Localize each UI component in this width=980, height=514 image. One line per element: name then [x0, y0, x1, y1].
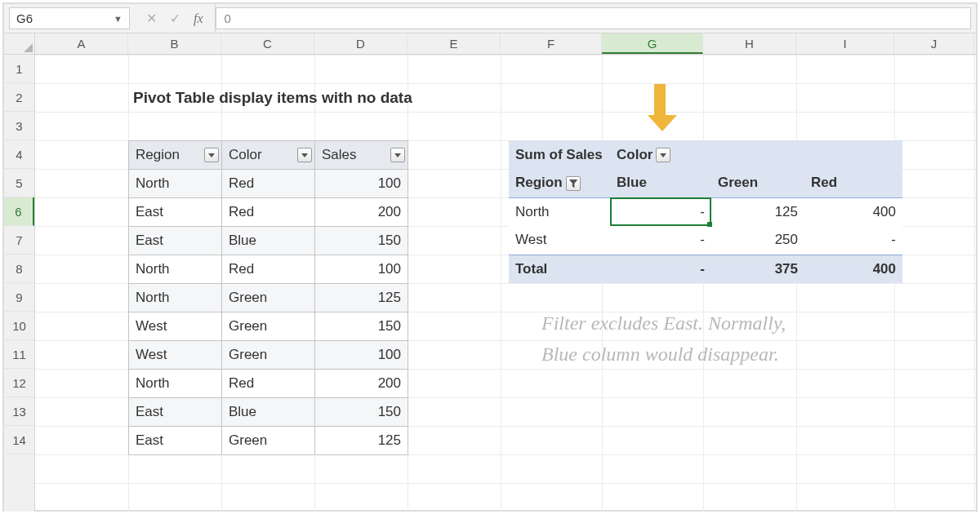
row-header-1[interactable]: 1 — [4, 55, 34, 83]
table-cell[interactable]: 125 — [315, 427, 408, 455]
column-header-g[interactable]: G — [602, 33, 703, 54]
grid-area: 1234567891011121314 Pivot Table display … — [4, 55, 976, 512]
row-header-8[interactable]: 8 — [4, 255, 34, 283]
pivot-region-label: Region — [509, 169, 610, 197]
filter-dropdown-icon[interactable] — [204, 148, 219, 162]
pivot-region-filter-icon[interactable] — [566, 176, 581, 191]
pivot-cell[interactable]: - — [610, 197, 711, 226]
page-title: Pivot Table display items with no data — [133, 89, 412, 107]
row-header-13[interactable]: 13 — [4, 397, 34, 426]
source-header[interactable]: Region — [129, 141, 222, 170]
excel-window: G6 ▼ ✕ ✓ fx 0 ABCDEFGHIJ 123456789101112… — [2, 2, 978, 512]
table-cell[interactable]: Green — [222, 427, 315, 455]
table-cell[interactable]: West — [129, 312, 222, 341]
table-row: NorthRed100 — [129, 255, 408, 284]
formula-input[interactable]: 0 — [216, 7, 971, 29]
table-cell[interactable]: North — [129, 370, 222, 398]
pivot-color-dropdown-icon[interactable] — [656, 148, 670, 162]
filter-dropdown-icon[interactable] — [390, 148, 405, 162]
pivot-cell[interactable]: 250 — [711, 226, 804, 255]
table-cell[interactable]: Green — [222, 312, 315, 341]
table-row: WestGreen100 — [129, 341, 408, 370]
table-cell[interactable]: East — [129, 427, 222, 455]
table-cell[interactable]: Red — [222, 370, 315, 398]
table-cell[interactable]: 150 — [315, 398, 408, 427]
table-cell[interactable]: Red — [222, 170, 315, 198]
pivot-color-label: Color — [610, 140, 711, 169]
row-header-6[interactable]: 6 — [4, 197, 34, 226]
pivot-table: Sum of Sales Color Region Blue Green Red… — [509, 140, 902, 283]
table-cell[interactable]: 200 — [315, 370, 408, 398]
table-cell[interactable]: Blue — [222, 227, 315, 255]
column-header-b[interactable]: B — [128, 33, 221, 54]
table-cell[interactable]: 200 — [315, 198, 408, 227]
row-header-11[interactable]: 11 — [4, 340, 34, 369]
table-cell[interactable]: North — [129, 284, 222, 312]
row-header-7[interactable]: 7 — [4, 226, 34, 255]
pivot-cell[interactable]: - — [610, 226, 711, 255]
column-header-i[interactable]: I — [796, 33, 894, 54]
sheet[interactable]: Pivot Table display items with no data R… — [35, 55, 976, 512]
table-cell[interactable]: Blue — [222, 398, 315, 427]
row-header-14[interactable]: 14 — [4, 426, 34, 454]
confirm-icon[interactable]: ✓ — [170, 11, 180, 26]
source-header[interactable]: Color — [222, 141, 315, 170]
name-box[interactable]: G6 ▼ — [9, 7, 130, 29]
note-text: Filter excludes East. Normally, Blue col… — [541, 308, 786, 370]
column-header-c[interactable]: C — [221, 33, 314, 54]
column-header-f[interactable]: F — [501, 33, 602, 54]
table-cell[interactable]: 125 — [315, 284, 408, 312]
table-cell[interactable]: Red — [222, 255, 315, 284]
table-cell[interactable]: Green — [222, 341, 315, 370]
column-header-a[interactable]: A — [35, 33, 128, 54]
pivot-cell[interactable]: 400 — [804, 197, 902, 226]
table-cell[interactable]: Red — [222, 198, 315, 227]
table-cell[interactable]: 100 — [315, 255, 408, 284]
pivot-row-label: North — [509, 197, 610, 226]
table-cell[interactable]: 150 — [315, 227, 408, 255]
source-header[interactable]: Sales — [315, 141, 408, 170]
table-row: WestGreen150 — [129, 312, 408, 341]
row-header-4[interactable]: 4 — [4, 140, 34, 169]
formula-bar-buttons: ✕ ✓ fx — [135, 4, 216, 33]
formula-value: 0 — [225, 11, 231, 25]
row-headers: 1234567891011121314 — [4, 55, 35, 512]
select-all-corner[interactable] — [4, 33, 35, 54]
column-header-j[interactable]: J — [894, 33, 974, 54]
pivot-cell[interactable]: - — [804, 226, 902, 255]
row-header-3[interactable]: 3 — [4, 112, 34, 140]
name-box-value: G6 — [16, 11, 33, 25]
table-cell[interactable]: 100 — [315, 341, 408, 370]
row-header-12[interactable]: 12 — [4, 369, 34, 397]
pivot-cell[interactable]: 125 — [711, 197, 804, 226]
table-cell[interactable]: North — [129, 170, 222, 198]
table-cell[interactable]: East — [129, 398, 222, 427]
table-cell[interactable]: West — [129, 341, 222, 370]
cancel-icon[interactable]: ✕ — [146, 11, 157, 26]
table-cell[interactable]: 100 — [315, 170, 408, 198]
pivot-total-row: Total - 375 400 — [509, 255, 902, 283]
table-row: EastBlue150 — [129, 227, 408, 255]
pivot-col-green[interactable]: Green — [711, 169, 804, 197]
name-box-dropdown-icon[interactable]: ▼ — [114, 14, 122, 24]
column-header-d[interactable]: D — [314, 33, 408, 54]
row-header-5[interactable]: 5 — [4, 169, 34, 197]
table-cell[interactable]: East — [129, 227, 222, 255]
table-row: NorthRed200 — [129, 370, 408, 398]
table-cell[interactable]: North — [129, 255, 222, 284]
table-cell[interactable]: Green — [222, 284, 315, 312]
pivot-col-red[interactable]: Red — [804, 169, 902, 197]
table-row: EastGreen125 — [129, 427, 408, 455]
pivot-row-label: West — [509, 226, 610, 255]
fx-icon[interactable]: fx — [194, 11, 203, 26]
pivot-row: West - 250 - — [509, 226, 902, 255]
column-header-e[interactable]: E — [408, 33, 501, 54]
table-cell[interactable]: East — [129, 198, 222, 227]
row-header-9[interactable]: 9 — [4, 283, 34, 312]
pivot-col-blue[interactable]: Blue — [610, 169, 711, 197]
row-header-10[interactable]: 10 — [4, 312, 34, 340]
table-cell[interactable]: 150 — [315, 312, 408, 341]
filter-dropdown-icon[interactable] — [297, 148, 312, 162]
column-header-h[interactable]: H — [703, 33, 796, 54]
row-header-2[interactable]: 2 — [4, 83, 34, 112]
